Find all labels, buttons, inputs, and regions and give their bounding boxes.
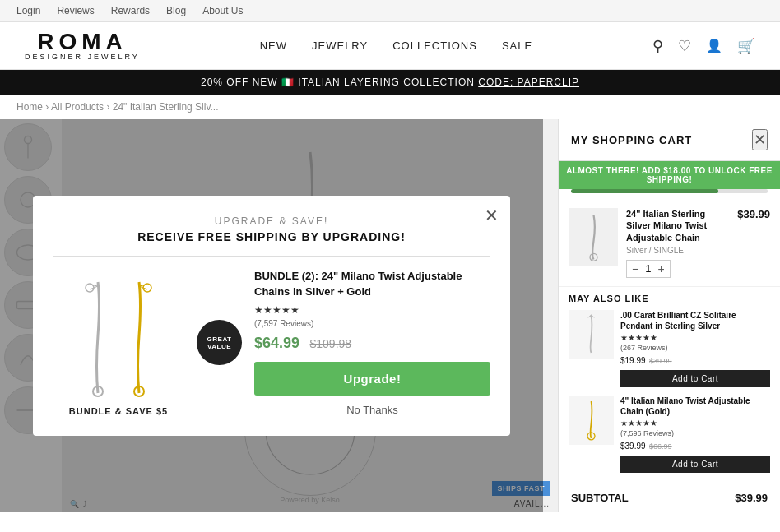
rec-item-2-price-sale: $39.99 bbox=[620, 442, 646, 451]
rec-item-2-image bbox=[569, 396, 614, 445]
modal-divider bbox=[53, 256, 490, 257]
cart-header: MY SHOPPING CART ✕ bbox=[559, 119, 780, 161]
cart-subtotal: SUBTOTAL $39.99 bbox=[559, 483, 780, 512]
rec-item-1-price-original: $39.99 bbox=[649, 357, 672, 365]
modal-close-button[interactable]: ✕ bbox=[485, 206, 499, 225]
nav-reviews[interactable]: Reviews bbox=[57, 5, 94, 16]
modal-reviews: (7,597 Reviews) bbox=[254, 319, 490, 328]
modal-product-details: BUNDLE (2): 24" Milano Twist Adjustable … bbox=[254, 269, 490, 415]
modal-stars: ★★★★★ bbox=[254, 304, 490, 316]
rec-item-1-stars: ★★★★★ bbox=[620, 333, 770, 342]
cart-quantity-control: − 1 + bbox=[626, 260, 671, 278]
main-navigation: NEW JEWELRY COLLECTIONS SALE bbox=[260, 39, 533, 52]
search-icon[interactable]: ⚲ bbox=[652, 37, 663, 55]
recommended-item-2: 4" Italian Milano Twist Adjustable Chain… bbox=[569, 396, 770, 473]
great-value-badge: GREAT VALUE bbox=[197, 320, 242, 365]
cart-sidebar: MY SHOPPING CART ✕ ALMOST THERE! ADD $18… bbox=[558, 119, 780, 512]
upgrade-modal: ✕ UPGRADE & SAVE! RECEIVE FREE SHIPPING … bbox=[33, 196, 510, 435]
cart-icon[interactable]: 🛒 bbox=[737, 37, 755, 55]
rec-item-2-price-original: $66.99 bbox=[649, 442, 672, 451]
rec-item-1-details: .00 Carat Brilliant CZ Solitaire Pendant… bbox=[620, 310, 770, 387]
promo-code[interactable]: CODE: PAPERCLIP bbox=[478, 76, 579, 88]
rec-item-1-image bbox=[569, 310, 614, 359]
logo-subtitle: DESIGNER JEWELRY bbox=[25, 53, 140, 61]
great-value-line2: VALUE bbox=[207, 343, 231, 350]
no-thanks-button[interactable]: No Thanks bbox=[254, 404, 490, 416]
subtotal-label: SUBTOTAL bbox=[571, 492, 629, 504]
may-also-like-section: MAY ALSO LIKE .00 Carat Brilliant CZ Sol… bbox=[559, 287, 780, 483]
rec-item-1-price-sale: $19.99 bbox=[620, 356, 646, 365]
subtotal-value: $39.99 bbox=[735, 492, 768, 504]
rec-item-2-stars: ★★★★★ bbox=[620, 419, 770, 428]
nav-login[interactable]: Login bbox=[16, 5, 40, 16]
breadcrumb-all-products[interactable]: All Products bbox=[51, 101, 104, 113]
logo-text: ROMA bbox=[37, 30, 128, 53]
nav-new[interactable]: NEW bbox=[260, 39, 287, 52]
modal-product-image: BUNDLE & SAVE $5 bbox=[53, 270, 184, 416]
gold-chain-svg bbox=[121, 278, 158, 401]
wishlist-icon[interactable]: ♡ bbox=[678, 37, 691, 55]
modal-body: BUNDLE & SAVE $5 GREAT VALUE BUNDLE (2):… bbox=[53, 269, 490, 415]
cart-quantity: 1 bbox=[645, 262, 651, 275]
free-shipping-bar-fill bbox=[571, 189, 718, 193]
modal-overlay: ✕ UPGRADE & SAVE! RECEIVE FREE SHIPPING … bbox=[0, 119, 543, 512]
cart-item: 24" Italian Sterling Silver Milano Twist… bbox=[559, 200, 780, 287]
breadcrumb-current: 24" Italian Sterling Silv... bbox=[113, 101, 219, 113]
nav-collections[interactable]: COLLECTIONS bbox=[392, 39, 477, 52]
modal-title: RECEIVE FREE SHIPPING BY UPGRADING! bbox=[53, 230, 490, 243]
logo[interactable]: ROMA DESIGNER JEWELRY bbox=[25, 30, 140, 61]
free-shipping-banner: ALMOST THERE! ADD $18.00 TO UNLOCK FREE … bbox=[559, 161, 780, 189]
cart-close-button[interactable]: ✕ bbox=[752, 129, 768, 150]
rec-item-1-name: .00 Carat Brilliant CZ Solitaire Pendant… bbox=[620, 310, 770, 331]
rec-item-2-price: $39.99 $66.99 bbox=[620, 437, 770, 452]
cart-item-name: 24" Italian Sterling Silver Milano Twist… bbox=[626, 208, 729, 243]
rec-item-2-add-to-cart-button[interactable]: Add to Cart bbox=[620, 456, 770, 473]
account-icon[interactable]: 👤 bbox=[706, 38, 722, 53]
decrease-quantity-button[interactable]: − bbox=[632, 262, 638, 275]
nav-sale[interactable]: SALE bbox=[502, 39, 532, 52]
upgrade-button[interactable]: Upgrade! bbox=[254, 362, 490, 396]
bundle-label: BUNDLE & SAVE $5 bbox=[53, 406, 184, 416]
cart-item-details: 24" Italian Sterling Silver Milano Twist… bbox=[626, 208, 729, 278]
cart-item-image bbox=[569, 208, 618, 266]
main-header: ROMA DESIGNER JEWELRY NEW JEWELRY COLLEC… bbox=[0, 22, 780, 70]
cart-title: MY SHOPPING CART bbox=[571, 134, 692, 146]
cart-item-price: $39.99 bbox=[737, 208, 770, 220]
recommended-item-1: .00 Carat Brilliant CZ Solitaire Pendant… bbox=[569, 310, 770, 387]
silver-chain-svg bbox=[80, 278, 117, 401]
breadcrumb: Home › All Products › 24" Italian Sterli… bbox=[0, 95, 780, 119]
rec-item-2-reviews: (7,596 Reviews) bbox=[620, 429, 770, 437]
rec-item-2-name: 4" Italian Milano Twist Adjustable Chain… bbox=[620, 396, 770, 417]
promo-banner: 20% OFF NEW 🇮🇹 ITALIAN LAYERING COLLECTI… bbox=[0, 70, 780, 95]
great-value-line1: GREAT bbox=[207, 335, 232, 343]
chains-container bbox=[53, 270, 184, 401]
rec-item-1-price: $19.99 $39.99 bbox=[620, 352, 770, 367]
modal-price-original: $109.98 bbox=[310, 337, 352, 350]
modal-product-name: BUNDLE (2): 24" Milano Twist Adjustable … bbox=[254, 269, 490, 298]
rec-item-2-details: 4" Italian Milano Twist Adjustable Chain… bbox=[620, 396, 770, 473]
content-area: ▶ MIL bbox=[0, 119, 780, 512]
modal-pricing: $64.99 $109.98 bbox=[254, 335, 490, 352]
cart-item-variant: Silver / SINGLE bbox=[626, 246, 729, 255]
nav-rewards[interactable]: Rewards bbox=[111, 5, 150, 16]
may-also-like-title: MAY ALSO LIKE bbox=[569, 294, 770, 303]
breadcrumb-home[interactable]: Home bbox=[16, 101, 43, 113]
rec-item-1-reviews: (267 Reviews) bbox=[620, 344, 770, 352]
modal-subtitle: UPGRADE & SAVE! bbox=[53, 215, 490, 227]
nav-jewelry[interactable]: JEWELRY bbox=[312, 39, 368, 52]
increase-quantity-button[interactable]: + bbox=[657, 262, 664, 275]
nav-blog[interactable]: Blog bbox=[166, 5, 186, 16]
rec-item-1-add-to-cart-button[interactable]: Add to Cart bbox=[620, 370, 770, 387]
top-nav: Login Reviews Rewards Blog About Us bbox=[0, 0, 780, 22]
promo-text: 20% OFF NEW 🇮🇹 ITALIAN LAYERING COLLECTI… bbox=[201, 76, 478, 88]
free-shipping-progress-bar bbox=[571, 189, 768, 193]
nav-about[interactable]: About Us bbox=[202, 5, 243, 16]
header-icons: ⚲ ♡ 👤 🛒 bbox=[652, 37, 755, 55]
modal-price-sale: $64.99 bbox=[254, 335, 299, 351]
